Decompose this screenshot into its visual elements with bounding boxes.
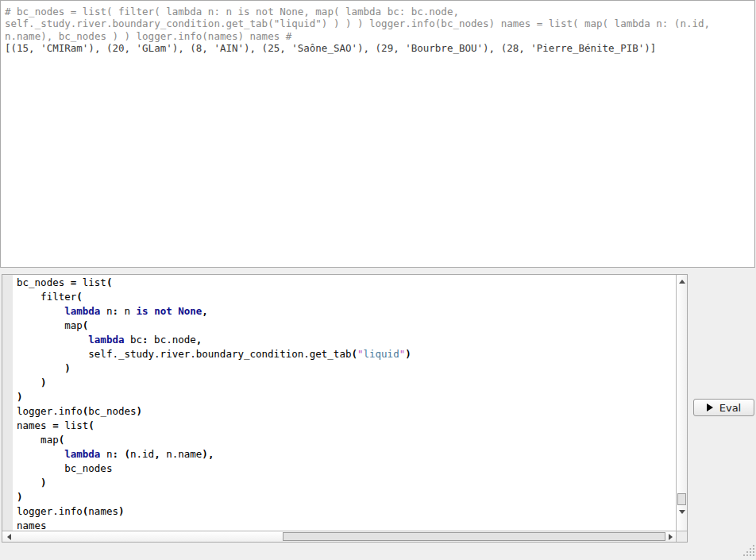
code-line: lambda bc: bc.node, xyxy=(17,333,676,347)
history-line: # bc_nodes = list( filter( lambda n: n i… xyxy=(5,6,751,17)
scrollbar-corner xyxy=(676,531,687,542)
app-window: { "history_panel": { "lines": [ { "type"… xyxy=(0,0,756,560)
code-line: logger.info(bc_nodes) xyxy=(17,404,676,419)
code-line: ) xyxy=(17,361,676,376)
code-editor: bc_nodes = list( filter( lambda n: n is … xyxy=(2,274,688,543)
history-line: self._study.river.boundary_condition.get… xyxy=(5,17,751,29)
code-line: bc_nodes = list( xyxy=(17,276,676,290)
vertical-scrollbar[interactable] xyxy=(676,275,687,531)
scroll-up-button[interactable] xyxy=(677,275,687,288)
scroll-up-icon xyxy=(679,280,685,284)
code-line: ) xyxy=(17,390,676,404)
code-line: names = list( xyxy=(17,419,676,433)
resize-grip-icon[interactable] xyxy=(743,545,756,558)
resize-grip-dots xyxy=(753,545,754,546)
scroll-right-button[interactable] xyxy=(665,531,676,542)
code-line: self._study.river.boundary_condition.get… xyxy=(17,347,676,361)
play-icon xyxy=(707,404,713,411)
code-line: map( xyxy=(17,319,676,333)
code-line: bc_nodes xyxy=(17,462,676,476)
code-line: logger.info(names) xyxy=(17,504,676,519)
horizontal-scrollbar[interactable] xyxy=(2,531,676,542)
history-log[interactable]: # bc_nodes = list( filter( lambda n: n i… xyxy=(0,0,755,268)
code-line: lambda n: n is not None, xyxy=(17,304,676,319)
horizontal-scroll-thumb[interactable] xyxy=(283,532,665,541)
history-line: [(15, 'CMIRam'), (20, 'GLam'), (8, 'AIN'… xyxy=(5,42,751,54)
code-line: filter( xyxy=(17,290,676,304)
code-line: ) xyxy=(17,490,676,504)
scroll-left-icon xyxy=(7,534,11,540)
scroll-right-icon xyxy=(669,534,673,540)
code-text-area[interactable]: bc_nodes = list( filter( lambda n: n is … xyxy=(13,275,676,531)
code-line: ) xyxy=(17,476,676,490)
editor-margin xyxy=(2,275,13,531)
code-line: names xyxy=(17,519,676,531)
history-line: n.name), bc_nodes ) ) logger.info(names)… xyxy=(5,30,751,42)
scroll-left-button[interactable] xyxy=(3,531,14,542)
eval-button[interactable]: Eval xyxy=(693,399,754,416)
vertical-scroll-thumb[interactable] xyxy=(677,493,686,505)
scroll-down-button[interactable] xyxy=(677,505,687,518)
code-line: map( xyxy=(17,433,676,447)
code-line: lambda n: (n.id, n.name), xyxy=(17,447,676,462)
eval-button-label: Eval xyxy=(719,402,742,414)
code-line: ) xyxy=(17,376,676,390)
scroll-down-icon xyxy=(679,510,685,514)
